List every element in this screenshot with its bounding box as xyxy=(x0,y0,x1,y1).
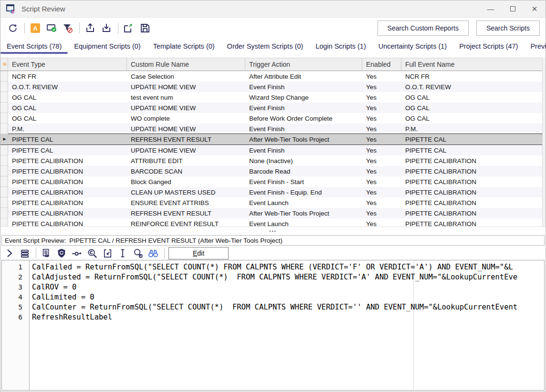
line-number: 5 xyxy=(2,302,29,312)
table-row[interactable]: PIPETTE CALIBRATION ENSURE EVENT ATTRIBS… xyxy=(0,197,546,208)
row-selector-cell[interactable] xyxy=(0,82,8,92)
code-area[interactable]: CalFailed = ReturnFromSQL("SELECT COUNT(… xyxy=(30,260,544,390)
column-header-event-type[interactable]: Event Type xyxy=(8,58,127,71)
cell-enabled: Yes xyxy=(362,103,401,113)
title-bar: cc Script Review — ✕ xyxy=(0,0,546,18)
table-row[interactable]: PIPETTE CALIBRATION CLEAN UP MASTERS USE… xyxy=(0,187,546,197)
open-new-button[interactable] xyxy=(122,21,136,35)
minimize-button[interactable]: — xyxy=(480,0,502,17)
lines-button[interactable] xyxy=(19,247,31,259)
row-selector-cell[interactable] xyxy=(0,145,8,155)
scripts-table: ✳ Event Type Custom Rule Name Trigger Ac… xyxy=(0,55,546,227)
cell-custom-rule-name: UPDATE HOME VIEW xyxy=(127,124,245,134)
cell-custom-rule-name: CLEAN UP MASTERS USED xyxy=(127,187,245,197)
report-numbers-button[interactable] xyxy=(40,247,52,259)
table-row[interactable]: OG CAL UPDATE HOME VIEW Event Finish Yes… xyxy=(0,103,546,113)
row-selector-cell[interactable] xyxy=(0,166,8,176)
search-scripts-button[interactable]: Search Scripts xyxy=(476,21,540,36)
filter-disabled-icon xyxy=(62,22,74,34)
attribute-button[interactable]: A xyxy=(29,21,42,35)
cell-trigger-action: Wizard Step Change xyxy=(245,92,362,103)
code-line[interactable]: CalROV = 0 xyxy=(30,282,544,292)
screen-verify-button[interactable] xyxy=(45,21,58,35)
row-selector-cell[interactable] xyxy=(0,103,8,113)
row-selector-cell[interactable] xyxy=(0,218,8,227)
search-letter-button[interactable] xyxy=(86,247,98,259)
tab-event-scripts-78[interactable]: Event Scripts (78) xyxy=(0,41,68,54)
binoculars-icon xyxy=(147,248,159,259)
column-header-full-event-name[interactable]: Full Event Name xyxy=(401,58,546,71)
table-row[interactable]: ▶ PIPETTE CAL REFRESH EVENT RESULT After… xyxy=(0,134,546,145)
row-selector-cell[interactable] xyxy=(0,176,8,187)
table-header-row: ✳ Event Type Custom Rule Name Trigger Ac… xyxy=(0,58,546,71)
table-row[interactable]: PIPETTE CALIBRATION ATTRIBUTE EDIT None … xyxy=(0,155,546,166)
refresh-button[interactable] xyxy=(6,21,20,35)
cell-trigger-action: Event Finish xyxy=(245,145,362,155)
export-button[interactable] xyxy=(84,21,97,35)
export-icon xyxy=(84,22,96,34)
code-line[interactable]: CalCounter = ReturnFromSQL("SELECT COUNT… xyxy=(30,302,544,312)
table-vertical-scrollbar[interactable] xyxy=(542,58,546,227)
cell-enabled: Yes xyxy=(362,176,401,187)
edit-button[interactable]: Edit xyxy=(168,247,229,259)
preview-value: PIPETTE CAL / REFRESH EVENT RESULT (Afte… xyxy=(69,237,282,244)
tab-equipment-scripts-0[interactable]: Equipment Scripts (0) xyxy=(68,41,147,54)
table-row[interactable]: PIPETTE CALIBRATION Block Ganged Event F… xyxy=(0,176,546,187)
save-button[interactable] xyxy=(138,21,152,35)
search-eye-button[interactable] xyxy=(132,247,144,259)
close-button[interactable]: ✕ xyxy=(524,0,546,17)
table-row[interactable]: OG CAL test event num Wizard Step Change… xyxy=(0,92,546,103)
row-selector-cell[interactable] xyxy=(0,113,8,124)
cell-event-type: PIPETTE CALIBRATION xyxy=(8,155,127,166)
cell-enabled: Yes xyxy=(362,218,401,227)
table-row[interactable]: PIPETTE CALIBRATION BARCODE SCAN Barcode… xyxy=(0,166,546,176)
script-code-editor[interactable]: 123456 CalFailed = ReturnFromSQL("SELECT… xyxy=(1,260,545,391)
column-header-trigger-action[interactable]: Trigger Action xyxy=(245,58,362,71)
line-number: 6 xyxy=(2,312,29,322)
text-cursor-button[interactable] xyxy=(116,247,129,259)
code-line[interactable]: CalFailed = ReturnFromSQL("SELECT COUNT(… xyxy=(30,262,544,272)
insert-box-button[interactable] xyxy=(101,247,114,259)
tab-preview-fix[interactable]: Preview Fix xyxy=(524,41,546,54)
cell-full-event-name: OG CAL xyxy=(401,113,546,124)
tab-template-scripts-0[interactable]: Template Scripts (0) xyxy=(147,41,221,54)
table-row[interactable]: PIPETTE CALIBRATION REINFORCE EVENT RESU… xyxy=(0,218,546,227)
tab-order-system-scripts-0[interactable]: Order System Scripts (0) xyxy=(221,41,310,54)
pane-splitter[interactable]: ••• xyxy=(0,227,546,235)
row-selector-cell[interactable] xyxy=(0,71,8,82)
shield-sync-button[interactable] xyxy=(55,247,68,259)
table-row[interactable]: P.M. UPDATE HOME VIEW Event Finish Yes P… xyxy=(0,124,546,134)
table-row[interactable]: PIPETTE CAL UPDATE HOME VIEW Event Finis… xyxy=(0,145,546,155)
binoculars-button[interactable] xyxy=(147,247,159,259)
row-selector-cell[interactable] xyxy=(0,155,8,166)
import-button[interactable] xyxy=(100,21,113,35)
row-selector-cell[interactable]: ▶ xyxy=(0,134,8,144)
row-selector-cell[interactable] xyxy=(0,208,8,218)
column-header-custom-rule-name[interactable]: Custom Rule Name xyxy=(127,58,245,71)
tab-uncertainty-scripts-1[interactable]: Uncertainty Scripts (1) xyxy=(372,41,453,54)
row-selector-cell[interactable] xyxy=(0,197,8,208)
search-custom-reports-button[interactable]: Search Custom Reports xyxy=(378,21,469,36)
key-button[interactable] xyxy=(71,247,83,259)
code-line[interactable]: CalLimited = 0 xyxy=(30,292,544,302)
cell-trigger-action: Event Finish - Start xyxy=(245,176,362,187)
filter-button[interactable] xyxy=(61,21,74,35)
expand-button[interactable] xyxy=(3,247,16,259)
row-selector-cell[interactable] xyxy=(0,187,8,197)
table-row[interactable]: O.O.T. REVIEW UPDATE HOME VIEW Event Fin… xyxy=(0,82,546,92)
table-row[interactable]: NCR FR Case Selection After Attribute Ed… xyxy=(0,71,546,82)
cell-event-type: O.O.T. REVIEW xyxy=(8,82,127,92)
code-line[interactable]: CalAdjusted = ReturnFromSQL("SELECT COUN… xyxy=(30,272,544,282)
table-row[interactable]: OG CAL WO complete Before Work Order Com… xyxy=(0,113,546,124)
cell-trigger-action: Barcode Read xyxy=(245,166,362,176)
tab-login-scripts-1[interactable]: Login Scripts (1) xyxy=(309,41,372,54)
line-number: 4 xyxy=(2,292,29,302)
code-line[interactable]: RefreshResultLabel xyxy=(30,312,544,322)
row-selector-cell[interactable] xyxy=(0,124,8,134)
maximize-button[interactable] xyxy=(502,0,524,17)
row-selector-cell[interactable] xyxy=(0,92,8,103)
tab-project-scripts-47[interactable]: Project Scripts (47) xyxy=(453,41,524,54)
column-header-enabled[interactable]: Enabled xyxy=(362,58,401,71)
table-row[interactable]: PIPETTE CALIBRATION REFRESH EVENT RESULT… xyxy=(0,208,546,218)
cell-trigger-action: Event Launch xyxy=(245,218,362,227)
